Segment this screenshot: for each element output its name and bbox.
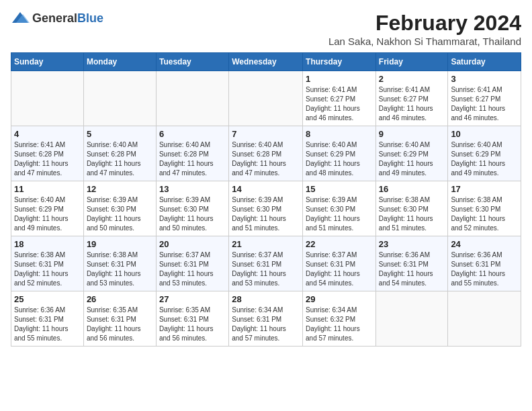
day-number: 5 xyxy=(87,129,153,139)
day-info: Sunrise: 6:39 AM Sunset: 6:30 PM Dayligh… xyxy=(159,195,226,233)
calendar-cell: 4Sunrise: 6:41 AM Sunset: 6:28 PM Daylig… xyxy=(11,126,84,181)
column-header-sunday: Sunday xyxy=(11,53,84,71)
day-number: 24 xyxy=(451,239,518,249)
day-info: Sunrise: 6:41 AM Sunset: 6:27 PM Dayligh… xyxy=(379,85,445,123)
calendar-cell xyxy=(11,71,84,126)
day-info: Sunrise: 6:35 AM Sunset: 6:31 PM Dayligh… xyxy=(87,306,153,343)
day-info: Sunrise: 6:41 AM Sunset: 6:27 PM Dayligh… xyxy=(306,85,373,123)
day-number: 28 xyxy=(232,294,300,304)
calendar-cell: 14Sunrise: 6:39 AM Sunset: 6:30 PM Dayli… xyxy=(229,181,303,236)
calendar-cell: 10Sunrise: 6:40 AM Sunset: 6:29 PM Dayli… xyxy=(448,126,521,181)
day-number: 21 xyxy=(232,239,300,249)
day-number: 27 xyxy=(159,294,226,304)
day-number: 23 xyxy=(379,239,445,249)
day-number: 22 xyxy=(306,239,373,249)
calendar-cell: 18Sunrise: 6:38 AM Sunset: 6:31 PM Dayli… xyxy=(11,236,84,291)
day-info: Sunrise: 6:36 AM Sunset: 6:31 PM Dayligh… xyxy=(451,250,518,288)
column-header-saturday: Saturday xyxy=(448,53,521,71)
calendar-table: SundayMondayTuesdayWednesdayThursdayFrid… xyxy=(11,52,521,347)
day-number: 17 xyxy=(451,184,518,194)
day-number: 26 xyxy=(87,294,153,304)
calendar-cell: 24Sunrise: 6:36 AM Sunset: 6:31 PM Dayli… xyxy=(448,236,521,291)
day-info: Sunrise: 6:40 AM Sunset: 6:29 PM Dayligh… xyxy=(14,195,81,233)
calendar-cell xyxy=(156,71,228,126)
column-header-wednesday: Wednesday xyxy=(229,53,303,71)
day-info: Sunrise: 6:40 AM Sunset: 6:28 PM Dayligh… xyxy=(159,140,226,178)
day-info: Sunrise: 6:40 AM Sunset: 6:29 PM Dayligh… xyxy=(379,140,445,178)
day-number: 6 xyxy=(159,129,226,139)
page-header: GeneralBlue February 2024 Lan Saka, Nakh… xyxy=(11,11,521,47)
day-number: 29 xyxy=(306,294,373,304)
main-title: February 2024 xyxy=(328,11,521,36)
column-header-thursday: Thursday xyxy=(303,53,376,71)
day-number: 15 xyxy=(306,184,373,194)
day-number: 4 xyxy=(14,129,81,139)
calendar-cell: 1Sunrise: 6:41 AM Sunset: 6:27 PM Daylig… xyxy=(303,71,376,126)
day-number: 20 xyxy=(159,239,226,249)
calendar-cell: 21Sunrise: 6:37 AM Sunset: 6:31 PM Dayli… xyxy=(229,236,303,291)
calendar-cell: 25Sunrise: 6:36 AM Sunset: 6:31 PM Dayli… xyxy=(11,291,84,347)
day-info: Sunrise: 6:37 AM Sunset: 6:31 PM Dayligh… xyxy=(232,250,300,288)
calendar-cell: 8Sunrise: 6:40 AM Sunset: 6:29 PM Daylig… xyxy=(303,126,376,181)
calendar-cell: 17Sunrise: 6:38 AM Sunset: 6:30 PM Dayli… xyxy=(448,181,521,236)
calendar-cell: 27Sunrise: 6:35 AM Sunset: 6:31 PM Dayli… xyxy=(156,291,228,347)
calendar-cell: 15Sunrise: 6:39 AM Sunset: 6:30 PM Dayli… xyxy=(303,181,376,236)
logo-icon xyxy=(11,11,30,26)
day-number: 14 xyxy=(232,184,300,194)
subtitle: Lan Saka, Nakhon Si Thammarat, Thailand xyxy=(328,36,521,47)
logo: GeneralBlue xyxy=(11,11,103,26)
day-number: 18 xyxy=(14,239,81,249)
day-info: Sunrise: 6:34 AM Sunset: 6:31 PM Dayligh… xyxy=(232,306,300,343)
column-header-monday: Monday xyxy=(83,53,156,71)
calendar-cell xyxy=(229,71,303,126)
logo-text-general: General xyxy=(32,11,77,25)
day-info: Sunrise: 6:39 AM Sunset: 6:30 PM Dayligh… xyxy=(232,195,300,233)
day-number: 16 xyxy=(379,184,445,194)
day-info: Sunrise: 6:38 AM Sunset: 6:31 PM Dayligh… xyxy=(14,250,81,288)
calendar-cell xyxy=(448,291,521,347)
calendar-cell: 11Sunrise: 6:40 AM Sunset: 6:29 PM Dayli… xyxy=(11,181,84,236)
day-number: 7 xyxy=(232,129,300,139)
day-info: Sunrise: 6:36 AM Sunset: 6:31 PM Dayligh… xyxy=(379,250,445,288)
calendar-cell: 12Sunrise: 6:39 AM Sunset: 6:30 PM Dayli… xyxy=(83,181,156,236)
column-header-friday: Friday xyxy=(375,53,448,71)
day-number: 1 xyxy=(306,74,373,84)
calendar-cell: 6Sunrise: 6:40 AM Sunset: 6:28 PM Daylig… xyxy=(156,126,228,181)
column-header-tuesday: Tuesday xyxy=(156,53,228,71)
day-info: Sunrise: 6:39 AM Sunset: 6:30 PM Dayligh… xyxy=(87,195,153,233)
day-number: 25 xyxy=(14,294,81,304)
day-number: 10 xyxy=(451,129,518,139)
title-area: February 2024 Lan Saka, Nakhon Si Thamma… xyxy=(328,11,521,47)
calendar-cell: 16Sunrise: 6:38 AM Sunset: 6:30 PM Dayli… xyxy=(375,181,448,236)
day-number: 13 xyxy=(159,184,226,194)
day-info: Sunrise: 6:35 AM Sunset: 6:31 PM Dayligh… xyxy=(159,306,226,343)
day-info: Sunrise: 6:41 AM Sunset: 6:27 PM Dayligh… xyxy=(451,85,518,123)
day-info: Sunrise: 6:38 AM Sunset: 6:30 PM Dayligh… xyxy=(451,195,518,233)
day-number: 12 xyxy=(87,184,153,194)
day-info: Sunrise: 6:41 AM Sunset: 6:28 PM Dayligh… xyxy=(14,140,81,178)
calendar-cell: 3Sunrise: 6:41 AM Sunset: 6:27 PM Daylig… xyxy=(448,71,521,126)
calendar-cell: 22Sunrise: 6:37 AM Sunset: 6:31 PM Dayli… xyxy=(303,236,376,291)
day-number: 19 xyxy=(87,239,153,249)
day-number: 9 xyxy=(379,129,445,139)
day-number: 3 xyxy=(451,74,518,84)
calendar-cell: 2Sunrise: 6:41 AM Sunset: 6:27 PM Daylig… xyxy=(375,71,448,126)
day-info: Sunrise: 6:40 AM Sunset: 6:28 PM Dayligh… xyxy=(232,140,300,178)
calendar-cell: 9Sunrise: 6:40 AM Sunset: 6:29 PM Daylig… xyxy=(375,126,448,181)
calendar-cell: 28Sunrise: 6:34 AM Sunset: 6:31 PM Dayli… xyxy=(229,291,303,347)
calendar-cell: 19Sunrise: 6:38 AM Sunset: 6:31 PM Dayli… xyxy=(83,236,156,291)
calendar-cell: 13Sunrise: 6:39 AM Sunset: 6:30 PM Dayli… xyxy=(156,181,228,236)
calendar-cell: 7Sunrise: 6:40 AM Sunset: 6:28 PM Daylig… xyxy=(229,126,303,181)
calendar-cell: 20Sunrise: 6:37 AM Sunset: 6:31 PM Dayli… xyxy=(156,236,228,291)
day-number: 8 xyxy=(306,129,373,139)
calendar-cell: 23Sunrise: 6:36 AM Sunset: 6:31 PM Dayli… xyxy=(375,236,448,291)
day-info: Sunrise: 6:37 AM Sunset: 6:31 PM Dayligh… xyxy=(159,250,226,288)
day-info: Sunrise: 6:40 AM Sunset: 6:29 PM Dayligh… xyxy=(451,140,518,178)
day-info: Sunrise: 6:38 AM Sunset: 6:30 PM Dayligh… xyxy=(379,195,445,233)
day-number: 11 xyxy=(14,184,81,194)
day-number: 2 xyxy=(379,74,445,84)
calendar-cell: 29Sunrise: 6:34 AM Sunset: 6:32 PM Dayli… xyxy=(303,291,376,347)
day-info: Sunrise: 6:38 AM Sunset: 6:31 PM Dayligh… xyxy=(87,250,153,288)
day-info: Sunrise: 6:39 AM Sunset: 6:30 PM Dayligh… xyxy=(306,195,373,233)
logo-text-blue: Blue xyxy=(77,11,103,25)
